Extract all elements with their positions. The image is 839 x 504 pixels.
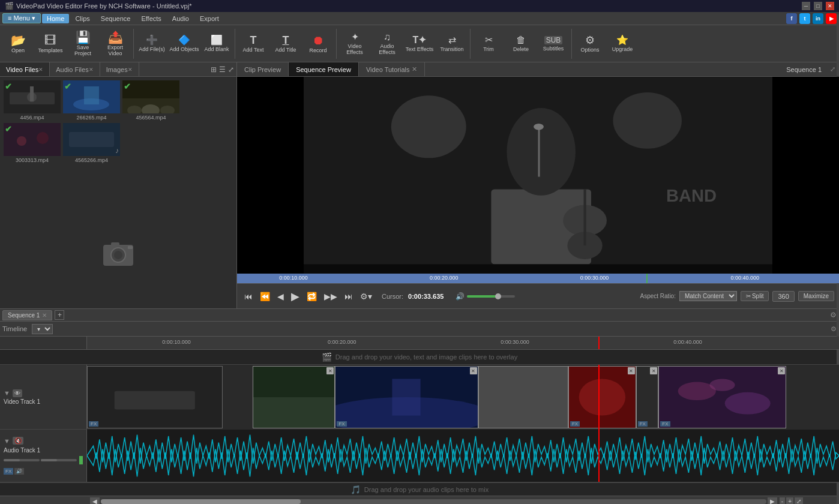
expand-icon[interactable]: ⤢	[228, 65, 234, 74]
record-button[interactable]: ⏺ Record	[302, 27, 334, 61]
volume-track[interactable]	[467, 295, 515, 298]
audio-drag-drop[interactable]: 🎵 Drag and drop your audio clips here to…	[0, 482, 839, 496]
menu-button[interactable]: ≡ Menu ▾	[2, 13, 41, 23]
time-ruler[interactable]: 0:00:10.000 0:00:20.000 0:00:30.000 0:00…	[87, 337, 839, 349]
grid-view-icon[interactable]: ⊞	[211, 65, 217, 74]
fit-button[interactable]: ⤢	[795, 497, 803, 505]
h-scrollbar-track[interactable]	[101, 499, 766, 504]
overlay-drag-drop[interactable]: 🎬 Drag and drop your video, text and ima…	[0, 350, 839, 365]
h-scroll-thumb[interactable]	[101, 499, 301, 504]
volume-control[interactable]: 🔊	[456, 292, 515, 301]
expand-track-icon[interactable]: ▼	[4, 389, 10, 397]
split-button[interactable]: ✂ Split	[741, 291, 769, 301]
maximize-button-preview[interactable]: Maximize	[798, 291, 834, 301]
audio-vol-track-2[interactable]	[41, 459, 77, 461]
step-back-button[interactable]: ◀	[275, 290, 286, 302]
audio-vol-track[interactable]	[4, 459, 40, 461]
add-sequence-button[interactable]: +	[55, 310, 64, 320]
menu-home[interactable]: Home	[42, 14, 69, 23]
video-effects-button[interactable]: ✦ Video Effects	[339, 27, 370, 61]
add-text-button[interactable]: T Add Text	[238, 27, 269, 61]
video-track-visibility[interactable]: 👁	[13, 389, 22, 397]
add-title-button[interactable]: T Add Title	[270, 27, 301, 61]
scroll-left-button[interactable]: ◀	[90, 497, 100, 505]
menu-sequence[interactable]: Sequence	[96, 14, 136, 23]
scroll-right-button[interactable]: ▶	[768, 497, 777, 505]
menu-effects[interactable]: Effects	[136, 14, 166, 23]
clip-5-close[interactable]: ✕	[628, 367, 635, 374]
minimize-button[interactable]: ─	[802, 2, 810, 10]
audio-effects-button[interactable]: ♫ Audio Effects	[371, 27, 403, 61]
transition-button[interactable]: ⇄ Transition	[436, 27, 468, 61]
audio-mute-button[interactable]: 🔇	[13, 437, 23, 445]
twitter-icon[interactable]: t	[799, 13, 810, 24]
subtitles-button[interactable]: SUB Subtitles	[538, 27, 569, 61]
video-files-tab[interactable]: Video Files ✕	[0, 62, 50, 76]
audio-vol-button[interactable]: 🔊	[14, 468, 24, 475]
preview-timeline-ruler[interactable]: 0:00:10.000 0:00:20.000 0:00:30.000 0:00…	[237, 274, 839, 283]
go-start-button[interactable]: ⏮	[242, 290, 255, 302]
sequence-1-tab[interactable]: Sequence 1 ✕	[2, 310, 52, 320]
add-blank-button[interactable]: ⬜ Add Blank	[201, 27, 232, 61]
export-video-button[interactable]: 📤 Export Video	[100, 27, 131, 61]
video-track-content[interactable]: FX ✕ ✕ FX	[87, 365, 839, 430]
video-clip-4[interactable]	[478, 366, 568, 428]
video-clip-2[interactable]: ✕	[253, 366, 335, 428]
step-forward-button[interactable]: ▶▶	[322, 290, 340, 302]
volume-thumb[interactable]	[495, 293, 501, 299]
menu-clips[interactable]: Clips	[70, 14, 94, 23]
facebook-icon[interactable]: f	[786, 13, 797, 24]
close-button[interactable]: ✕	[826, 2, 834, 10]
upgrade-button[interactable]: ⭐ Upgrade	[607, 27, 638, 61]
linkedin-icon[interactable]: in	[813, 13, 823, 24]
clip-6-close[interactable]: ✕	[650, 367, 657, 374]
clip-2-close[interactable]: ✕	[326, 367, 334, 374]
youtube-icon[interactable]: ▶	[826, 13, 837, 24]
tutorials-close-icon[interactable]: ✕	[412, 65, 417, 73]
video-clip-7[interactable]: ✕ FX	[658, 366, 786, 428]
settings-playback-button[interactable]: ⚙▾	[358, 290, 374, 302]
prev-frame-button[interactable]: ⏪	[257, 290, 272, 302]
images-close[interactable]: ✕	[128, 67, 133, 73]
templates-button[interactable]: 🎞 Templates	[35, 27, 66, 61]
zoom-out-button[interactable]: -	[780, 497, 785, 505]
video-clip-3[interactable]: ✕ FX	[335, 366, 478, 428]
menu-audio[interactable]: Audio	[167, 14, 194, 23]
loop-button[interactable]: 🔁	[304, 290, 319, 302]
audio-fx-button[interactable]: FX	[4, 468, 13, 475]
open-button[interactable]: 📂 Open	[2, 27, 34, 61]
go-end-button[interactable]: ⏭	[342, 290, 355, 302]
play-button[interactable]: ▶	[289, 289, 302, 304]
sequence-preview-tab[interactable]: Sequence Preview	[289, 62, 359, 76]
clip-3-close[interactable]: ✕	[470, 367, 477, 374]
maximize-button[interactable]: □	[814, 2, 822, 10]
timeline-settings-icon[interactable]: ⚙	[830, 311, 837, 319]
options-button[interactable]: ⚙ Options	[574, 27, 606, 61]
images-tab[interactable]: Images ✕	[100, 62, 139, 76]
text-effects-button[interactable]: T✦ Text Effects	[404, 27, 435, 61]
video-clip-5[interactable]: ✕ FX	[568, 366, 636, 428]
delete-button[interactable]: 🗑 Delete	[505, 27, 537, 61]
save-project-button[interactable]: 💾 Save Project	[67, 27, 98, 61]
media-file-1[interactable]: ✔ 4456.mp4	[4, 80, 61, 121]
video-clip-6[interactable]: ✕ FX	[636, 366, 659, 428]
menu-export[interactable]: Export	[195, 14, 224, 23]
add-objects-button[interactable]: 🔷 Add Objects	[169, 27, 200, 61]
clip-7-close[interactable]: ✕	[778, 367, 785, 374]
aspect-ratio-select[interactable]: Match Content 16:9 4:3 1:1	[679, 291, 737, 301]
btn-360[interactable]: 360	[772, 291, 794, 302]
video-tutorials-tab[interactable]: Video Tutorials ✕	[359, 62, 426, 76]
timeline-zoom-select[interactable]: ▾	[32, 324, 53, 334]
media-file-3[interactable]: ✔ 456564.mp4	[122, 80, 179, 121]
zoom-in-button[interactable]: +	[786, 497, 793, 505]
clip-preview-tab[interactable]: Clip Preview	[237, 62, 289, 76]
add-files-button[interactable]: ➕ Add File(s)	[136, 27, 167, 61]
list-view-icon[interactable]: ☰	[219, 65, 226, 74]
audio-files-close[interactable]: ✕	[89, 67, 94, 73]
video-files-close[interactable]: ✕	[38, 67, 43, 73]
audio-files-tab[interactable]: Audio Files ✕	[50, 62, 100, 76]
media-file-2[interactable]: ✔ 266265.mp4	[63, 80, 120, 121]
media-file-4[interactable]: ✔ 3003313.mp4	[4, 123, 61, 163]
audio-expand-icon[interactable]: ▼	[4, 437, 10, 445]
trim-button[interactable]: ✂ Trim	[473, 27, 504, 61]
